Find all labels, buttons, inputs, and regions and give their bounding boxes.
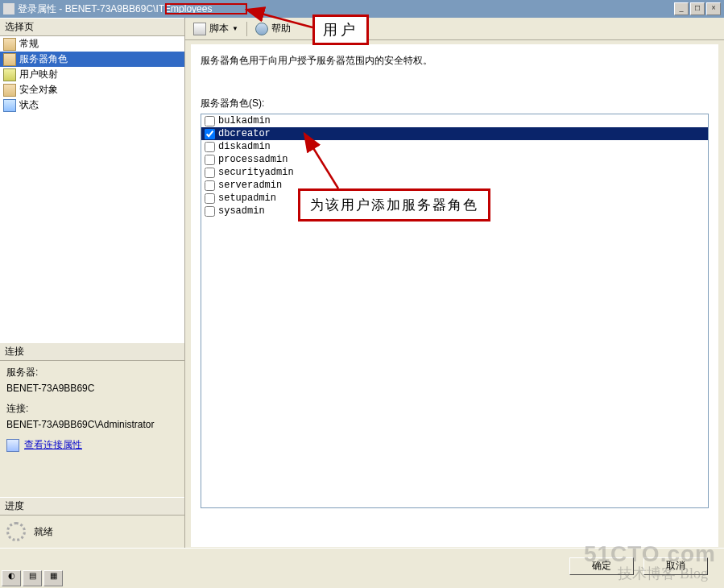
nav-item-user-mapping[interactable]: 用户映射 — [0, 67, 184, 82]
taskbar-icon-1[interactable]: ◐ — [2, 570, 21, 586]
content-area: 服务器角色用于向用户授予服务器范围内的安全特权。 服务器角色(S): bulka… — [190, 43, 719, 548]
role-name: diskadmin — [218, 141, 271, 152]
taskbar-icon-3[interactable]: ▦ — [43, 570, 63, 586]
role-name: serveradmin — [218, 180, 282, 191]
script-button[interactable]: 脚本 ▼ — [190, 20, 242, 37]
nav-item-server-roles[interactable]: 服务器角色 — [0, 52, 184, 67]
role-checkbox[interactable] — [205, 193, 215, 204]
right-panel: 脚本 ▼ 帮助 服务器角色用于向用户授予服务器范围内的安全特权。 服务器角色(S… — [185, 18, 724, 548]
role-checkbox[interactable] — [205, 142, 215, 152]
role-item-dbcreator[interactable]: dbcreator — [201, 127, 708, 140]
left-panel: 选择页 常规 服务器角色 用户映射 安全对象 状态 连接 — [0, 18, 185, 548]
role-name: sysadmin — [218, 205, 265, 217]
page-icon — [3, 84, 16, 97]
roles-list-label: 服务器角色(S): — [201, 97, 709, 110]
role-name: processadmin — [218, 154, 288, 165]
select-page-header: 选择页 — [0, 18, 184, 36]
role-item-diskadmin[interactable]: diskadmin — [201, 140, 708, 153]
role-checkbox[interactable] — [205, 168, 215, 178]
connection-value: BENET-73A9BB69C\Administrator — [6, 419, 178, 430]
connection-panel: 服务器: BENET-73A9BB69C 连接: BENET-73A9BB69C… — [0, 361, 184, 457]
progress-panel: 就绪 — [0, 516, 184, 548]
spinner-icon — [6, 522, 26, 541]
page-icon — [3, 68, 16, 81]
ok-button[interactable]: 确定 — [569, 557, 634, 575]
role-name: dbcreator — [218, 128, 271, 139]
role-checkbox[interactable] — [205, 155, 215, 165]
close-button[interactable]: × — [706, 2, 721, 15]
role-item-securityadmin[interactable]: securityadmin — [201, 166, 708, 179]
taskbar: ◐ ▤ ▦ — [0, 569, 64, 588]
progress-header: 进度 — [0, 497, 184, 516]
role-item-processadmin[interactable]: processadmin — [201, 153, 708, 166]
annotation-user-box: 用户 — [312, 14, 369, 45]
nav-label: 服务器角色 — [19, 52, 68, 66]
server-label: 服务器: — [6, 366, 178, 379]
page-icon — [3, 99, 16, 112]
app-icon — [3, 3, 14, 14]
help-label: 帮助 — [271, 22, 291, 35]
progress-status: 就绪 — [34, 525, 53, 539]
window-title: 登录属性 - BENET-73A9BB69C\ITEmployees — [18, 2, 674, 16]
page-icon — [3, 38, 16, 51]
nav-item-securables[interactable]: 安全对象 — [0, 82, 184, 97]
toolbar: 脚本 ▼ 帮助 — [185, 18, 724, 40]
role-checkbox[interactable] — [205, 206, 215, 217]
taskbar-icon-2[interactable]: ▤ — [23, 570, 42, 586]
properties-icon — [6, 439, 19, 452]
minimize-button[interactable]: _ — [674, 2, 689, 15]
cancel-button[interactable]: 取消 — [643, 557, 708, 575]
toolbar-separator — [246, 22, 247, 36]
nav-label: 状态 — [19, 98, 39, 112]
role-name: securityadmin — [218, 167, 294, 178]
nav-label: 安全对象 — [19, 83, 58, 97]
nav-list: 常规 服务器角色 用户映射 安全对象 状态 — [0, 36, 184, 342]
nav-label: 用户映射 — [19, 68, 58, 81]
description-text: 服务器角色用于向用户授予服务器范围内的安全特权。 — [201, 54, 709, 68]
role-item-bulkadmin[interactable]: bulkadmin — [201, 114, 708, 127]
role-checkbox[interactable] — [205, 129, 215, 139]
nav-item-general[interactable]: 常规 — [0, 36, 184, 52]
view-connection-properties-link[interactable]: 查看连接属性 — [24, 438, 82, 452]
nav-item-status[interactable]: 状态 — [0, 97, 184, 113]
page-icon — [3, 53, 16, 66]
role-name: setupadmin — [218, 193, 276, 204]
dialog-button-bar: 确定 取消 — [0, 548, 724, 583]
connection-header: 连接 — [0, 342, 184, 361]
maximize-button[interactable]: □ — [690, 2, 705, 15]
script-label: 脚本 — [209, 22, 229, 35]
help-icon — [255, 23, 268, 35]
role-name: bulkadmin — [218, 115, 271, 126]
help-button[interactable]: 帮助 — [252, 20, 294, 37]
role-checkbox[interactable] — [205, 116, 215, 126]
annotation-add-role-box: 为该用户添加服务器角色 — [298, 188, 490, 222]
script-icon — [193, 23, 206, 35]
role-checkbox[interactable] — [205, 180, 215, 191]
connection-label: 连接: — [6, 402, 178, 416]
chevron-down-icon: ▼ — [232, 25, 238, 32]
server-roles-list[interactable]: bulkadmin dbcreator diskadmin processadm… — [201, 114, 709, 508]
server-value: BENET-73A9BB69C — [6, 383, 178, 394]
nav-label: 常规 — [19, 37, 39, 51]
